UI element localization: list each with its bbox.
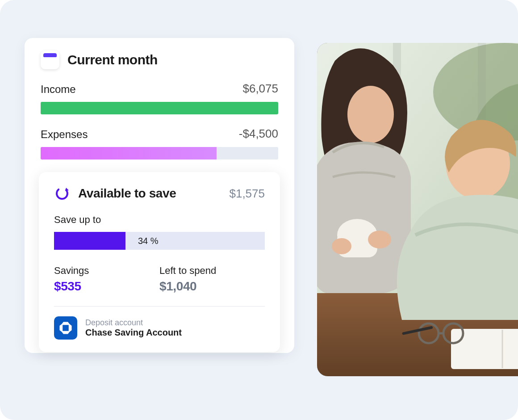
deposit-account-label: Deposit account <box>85 318 182 328</box>
left-amount: $1,040 <box>159 279 265 294</box>
save-up-label: Save up to <box>54 214 265 226</box>
deposit-account-name: Chase Saving Account <box>85 328 182 338</box>
left-label: Left to spend <box>159 265 265 277</box>
svg-point-8 <box>347 86 394 143</box>
save-percent-label: 34 % <box>138 236 159 246</box>
savings-split: Savings $535 Left to spend $1,040 <box>54 265 265 294</box>
available-title: Available to save <box>78 186 176 201</box>
expenses-bar-fill <box>41 147 217 160</box>
svg-rect-15 <box>451 329 518 369</box>
savings-label: Savings <box>54 265 159 277</box>
income-bar-fill <box>41 102 278 114</box>
expenses-amount: -$4,500 <box>239 127 278 141</box>
save-bar-fill <box>54 232 125 250</box>
income-amount: $6,075 <box>242 82 278 96</box>
lifestyle-photo <box>317 43 518 376</box>
available-card: Available to save $1,575 Save up to 34 %… <box>39 172 280 352</box>
expenses-section: Expenses -$4,500 <box>41 127 278 160</box>
refresh-icon <box>54 185 70 202</box>
chase-bank-icon <box>54 316 77 340</box>
deposit-account-row[interactable]: Deposit account Chase Saving Account <box>54 316 265 340</box>
svg-point-0 <box>54 186 70 201</box>
income-section: Income $6,075 <box>41 82 278 114</box>
income-bar-track <box>41 102 278 114</box>
svg-point-11 <box>368 231 391 248</box>
divider <box>54 306 265 307</box>
calendar-icon <box>41 50 59 69</box>
svg-marker-1 <box>65 188 69 191</box>
income-label: Income <box>41 83 76 96</box>
savings-block: Savings $535 <box>54 265 159 294</box>
expenses-bar-track <box>41 147 278 160</box>
save-bar-track[interactable]: 34 % <box>54 232 265 250</box>
card-header: Current month <box>41 50 278 69</box>
expenses-label: Expenses <box>41 128 88 141</box>
stage: Current month Income $6,075 Expenses -$4… <box>0 0 518 420</box>
savings-amount: $535 <box>54 279 159 294</box>
available-amount: $1,575 <box>229 187 265 201</box>
left-to-spend-block: Left to spend $1,040 <box>159 265 265 294</box>
current-month-card: Current month Income $6,075 Expenses -$4… <box>25 38 294 353</box>
card-title: Current month <box>67 52 158 67</box>
svg-point-12 <box>332 238 351 254</box>
